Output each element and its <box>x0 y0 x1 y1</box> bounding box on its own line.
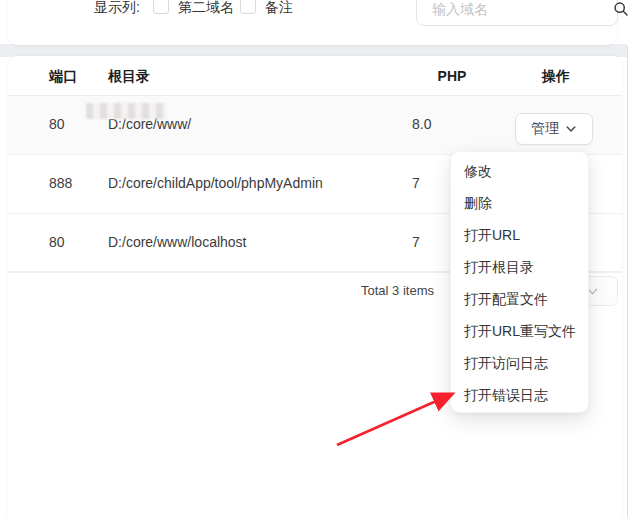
php-version-cell: 7 <box>412 234 420 250</box>
window-right-edge <box>627 46 633 517</box>
menu-item-open-config[interactable]: 打开配置文件 <box>451 283 588 315</box>
port-cell: 80 <box>49 116 65 132</box>
display-columns-label: 显示列: <box>94 0 140 17</box>
checkbox-second-domain-label[interactable]: 第二域名 <box>178 0 234 17</box>
filter-bar: 显示列: 第二域名 备注 <box>8 0 617 45</box>
menu-item-open-url[interactable]: 打开URL <box>451 219 588 251</box>
chevron-down-icon <box>565 123 577 135</box>
manage-dropdown-menu: 修改 删除 打开URL 打开根目录 打开配置文件 打开URL重写文件 打开访问日… <box>450 151 589 413</box>
php-version-cell: 8.0 <box>412 116 431 132</box>
redacted-path-blur <box>86 103 166 119</box>
column-header-php: PHP <box>411 68 493 84</box>
column-header-rootdir: 根目录 <box>108 68 150 86</box>
port-cell: 80 <box>49 234 65 250</box>
column-header-port: 端口 <box>49 68 77 86</box>
rootdir-cell: D:/core/childApp/tool/phpMyAdmin <box>108 175 323 191</box>
search-icon[interactable] <box>613 1 629 17</box>
menu-item-open-errorlog[interactable]: 打开错误日志 <box>451 379 588 411</box>
port-cell: 888 <box>49 175 72 191</box>
checkbox-remark[interactable] <box>240 0 256 14</box>
menu-item-modify[interactable]: 修改 <box>451 155 588 187</box>
manage-button-label: 管理 <box>531 120 559 138</box>
table-row[interactable]: 80 D:/core/www/ 8.0 管理 <box>8 96 622 155</box>
checkbox-second-domain[interactable] <box>153 0 169 14</box>
rootdir-cell: D:/core/www/localhost <box>108 234 247 250</box>
checkbox-remark-label[interactable]: 备注 <box>265 0 293 17</box>
menu-item-open-accesslog[interactable]: 打开访问日志 <box>451 347 588 379</box>
total-items-text: Total 3 items <box>300 283 434 298</box>
manage-dropdown-button[interactable]: 管理 <box>515 113 593 145</box>
app-window: 显示列: 第二域名 备注 端口 根目录 PHP 操作 80 D:/core/ww… <box>0 0 633 517</box>
domain-search-input[interactable] <box>432 1 613 17</box>
domain-search-box <box>416 0 618 26</box>
menu-item-open-rootdir[interactable]: 打开根目录 <box>451 251 588 283</box>
column-header-actions: 操作 <box>493 68 619 86</box>
php-version-cell: 7 <box>412 175 420 191</box>
menu-item-open-rewrite[interactable]: 打开URL重写文件 <box>451 315 588 347</box>
menu-item-delete[interactable]: 删除 <box>451 187 588 219</box>
